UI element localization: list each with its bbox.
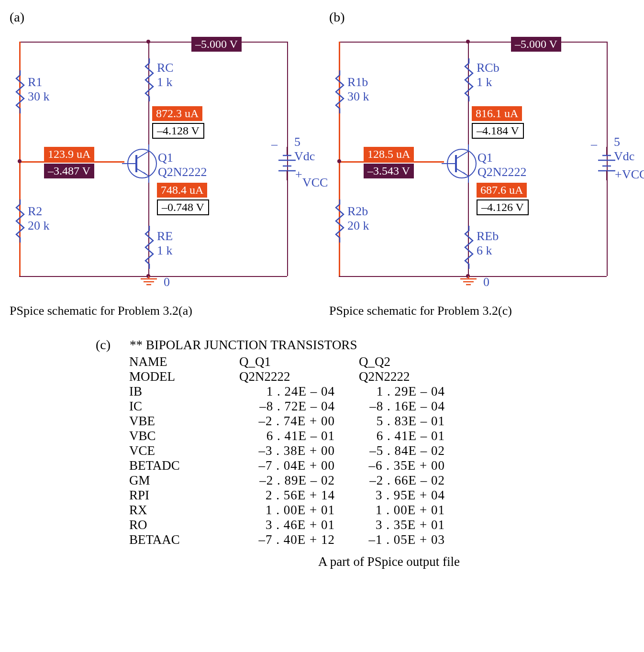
ib-a: 123.9 uA xyxy=(44,147,94,162)
r2-label: R220 k xyxy=(28,204,50,233)
ib-b: 128.5 uA xyxy=(364,147,414,162)
table-row: RO3 . 46E + 013 . 35E + 01 xyxy=(129,518,634,532)
panel-a-label: (a) xyxy=(10,10,315,25)
table-row: GM–2 . 89E – 02–2 . 66E – 02 xyxy=(129,473,634,488)
ie-b: 687.6 uA xyxy=(477,183,527,198)
svg-line-3 xyxy=(136,151,149,159)
resistor-r1 xyxy=(15,70,25,113)
table-row: VBE–2 . 74E + 005 . 83E – 01 xyxy=(129,414,634,429)
resistor-re xyxy=(144,226,154,269)
table-row: MODELQ2N2222Q2N2222 xyxy=(129,369,634,384)
vcc-minus: – xyxy=(271,137,278,152)
ve-a: –0.748 V xyxy=(157,199,209,215)
table-header: ** BIPOLAR JUNCTION TRANSISTORS xyxy=(130,338,357,353)
table-row: VCE–3 . 38E + 00–5 . 84E – 02 xyxy=(129,443,634,458)
panel-b-label: (b) xyxy=(329,10,634,25)
re-label: RE1 k xyxy=(157,229,173,258)
resistor-rcb xyxy=(464,58,474,101)
panel-c-label: (c) xyxy=(96,337,111,353)
rc-label: RC1 k xyxy=(157,61,174,89)
circuit-a: –5.000 V R130 k R220 k RC1 k xyxy=(10,32,306,300)
table-row: IB1 . 24E – 041 . 29E – 04 xyxy=(129,384,634,399)
resistor-r2 xyxy=(15,199,25,243)
vcc-val-b: 5 Vdc xyxy=(614,135,634,164)
table-row: RX1 . 00E + 011 . 00E + 01 xyxy=(129,503,634,518)
resistor-reb xyxy=(464,226,474,269)
ie-a: 748.4 uA xyxy=(157,183,207,198)
vcc-val-a: 5 Vdc xyxy=(294,135,315,164)
table-row: BETADC–7 . 04E + 00–6 . 35E + 00 xyxy=(129,458,634,473)
table-row: VBC6 . 41E – 016 . 41E – 01 xyxy=(129,429,634,443)
ic-b: 816.1 uA xyxy=(472,106,522,121)
ic-a: 872.3 uA xyxy=(152,106,202,121)
reb-label: REb6 k xyxy=(477,229,499,258)
svg-line-21 xyxy=(456,151,468,159)
q1-label-b: Q1Q2N2222 xyxy=(477,151,527,179)
vcc-name-b: VCCb xyxy=(622,167,644,182)
r1b-label: R1b30 k xyxy=(347,75,369,104)
table-row: RPI2 . 56E + 143 . 95E + 04 xyxy=(129,488,634,503)
vcc-plus: + xyxy=(295,167,302,182)
r1-label: R130 k xyxy=(28,75,50,104)
vcc-name-a: VCC xyxy=(302,176,328,190)
vcc-minus-b: – xyxy=(591,137,597,152)
resistor-rc xyxy=(144,58,154,101)
r2b-label: R2b20 k xyxy=(347,204,369,233)
vb-b: –3.543 V xyxy=(364,164,414,178)
bjt-table: NAMEQ_Q1Q_Q2MODELQ2N2222Q2N2222IB1 . 24E… xyxy=(129,354,634,547)
ground-label-a: 0 xyxy=(164,275,170,289)
vcc-plus-b: + xyxy=(615,167,622,182)
vcc-top-b: –5.000 V xyxy=(511,37,561,52)
caption-a: PSpice schematic for Problem 3.2(a) xyxy=(10,304,315,318)
caption-b: PSpice schematic for Problem 3.2(c) xyxy=(329,304,634,318)
circuit-b: –5.000 V R1b30 k R2b20 k RCb1 k xyxy=(329,32,626,300)
resistor-r1b xyxy=(335,70,344,113)
rcb-label: RCb1 k xyxy=(477,61,500,89)
vc-a: –4.128 V xyxy=(152,123,204,139)
table-row: IC–8 . 72E – 04–8 . 16E – 04 xyxy=(129,399,634,414)
q1-label-a: Q1Q2N2222 xyxy=(158,151,207,179)
transistor-q1 xyxy=(122,144,160,183)
vc-b: –4.184 V xyxy=(472,123,524,139)
vb-a: –3.487 V xyxy=(44,164,94,178)
ground-icon xyxy=(138,276,160,288)
table-row: NAMEQ_Q1Q_Q2 xyxy=(129,354,634,369)
ground-icon-b xyxy=(457,276,479,288)
table-caption: A part of PSpice output file xyxy=(96,554,634,569)
ground-label-b: 0 xyxy=(483,275,489,289)
ve-b: –4.126 V xyxy=(477,199,529,215)
resistor-r2b xyxy=(335,199,344,243)
vcc-top-a: –5.000 V xyxy=(191,37,242,52)
transistor-q1b xyxy=(442,144,480,183)
table-row: BETAAC–7 . 40E + 12–1 . 05E + 03 xyxy=(129,532,634,547)
